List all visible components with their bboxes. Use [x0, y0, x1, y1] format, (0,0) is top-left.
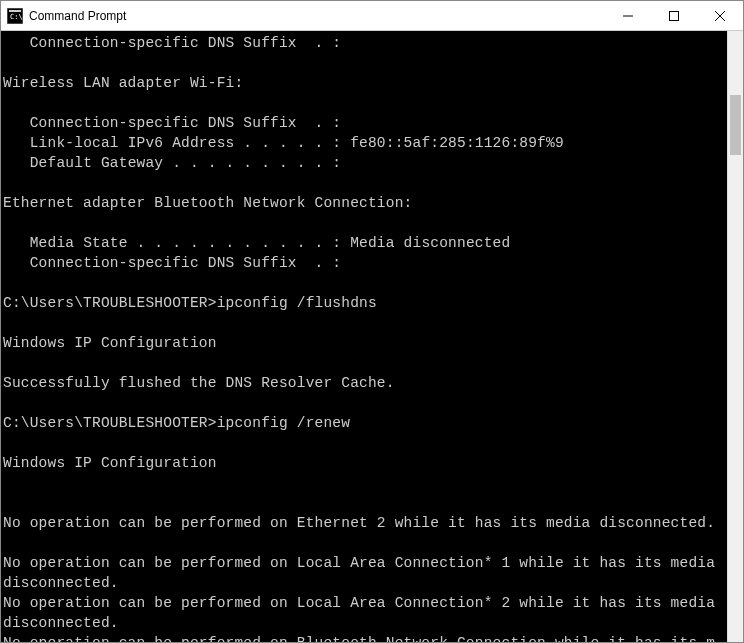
scrollbar-thumb[interactable] — [730, 95, 741, 155]
minimize-button[interactable] — [605, 1, 651, 30]
window-titlebar: C:\ Command Prompt — [1, 1, 743, 31]
app-icon: C:\ — [7, 8, 23, 24]
vertical-scrollbar[interactable] — [727, 31, 743, 642]
window-controls — [605, 1, 743, 30]
svg-text:C:\: C:\ — [10, 13, 23, 21]
window-title: Command Prompt — [29, 9, 605, 23]
svg-rect-4 — [670, 11, 679, 20]
maximize-button[interactable] — [651, 1, 697, 30]
close-button[interactable] — [697, 1, 743, 30]
terminal-output[interactable]: Connection-specific DNS Suffix . : Wirel… — [1, 31, 727, 642]
content-area: Connection-specific DNS Suffix . : Wirel… — [1, 31, 743, 642]
svg-rect-1 — [9, 10, 21, 12]
